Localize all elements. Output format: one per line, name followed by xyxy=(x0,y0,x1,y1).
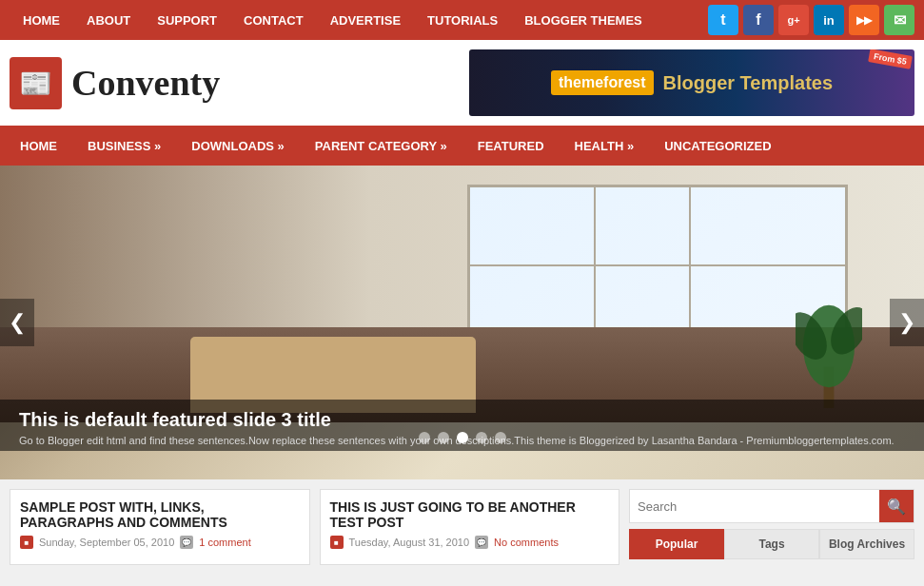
main-navigation: HOME BUSINESS » DOWNLOADS » PARENT CATEG… xyxy=(0,126,924,166)
google-plus-icon[interactable]: g+ xyxy=(778,5,809,35)
banner-badge: From $5 xyxy=(868,49,913,69)
tab-tags[interactable]: Tags xyxy=(724,529,819,559)
slider-dots xyxy=(419,432,506,443)
post-date-2: Tuesday, August 31, 2010 xyxy=(349,537,470,548)
slider-dot-4[interactable] xyxy=(476,432,487,443)
nav-item-contact[interactable]: CONTACT xyxy=(230,4,317,37)
post-meta-1: ■ Sunday, September 05, 2010 💬 1 comment xyxy=(20,536,300,549)
main-nav-health[interactable]: HEALTH » xyxy=(560,129,650,163)
post-comment-link-1[interactable]: 1 comment xyxy=(199,537,250,548)
slider-dot-1[interactable] xyxy=(419,432,430,443)
slider-dot-5[interactable] xyxy=(495,432,506,443)
site-title: Conventy xyxy=(71,62,220,104)
posts-area: SAMPLE POST WITH, LINKS, PARAGRAPHS AND … xyxy=(10,489,619,565)
site-header: 📰 Conventy themeforest Blogger Templates… xyxy=(0,40,924,126)
slider-next-button[interactable]: ❯ xyxy=(890,299,924,346)
search-box: 🔍 xyxy=(629,489,914,523)
site-logo-icon: 📰 xyxy=(10,57,62,109)
logo-area: 📰 Conventy xyxy=(10,57,450,109)
top-navigation: HOME ABOUT SUPPORT CONTACT ADVERTISE TUT… xyxy=(0,0,924,40)
search-icon: 🔍 xyxy=(887,498,906,516)
post-meta-2: ■ Tuesday, August 31, 2010 💬 No comments xyxy=(330,536,610,549)
rss-icon[interactable]: ▶▶ xyxy=(849,5,879,35)
social-icons-bar: t f g+ in ▶▶ ✉ xyxy=(708,5,914,35)
linkedin-icon[interactable]: in xyxy=(814,5,844,35)
slider-dot-3[interactable] xyxy=(457,432,468,443)
search-button[interactable]: 🔍 xyxy=(879,490,914,522)
slider-dot-2[interactable] xyxy=(438,432,449,443)
search-input[interactable] xyxy=(630,490,879,522)
nav-item-home[interactable]: HOME xyxy=(10,4,73,37)
nav-item-about[interactable]: ABOUT xyxy=(73,4,144,37)
slider-prev-button[interactable]: ❮ xyxy=(0,299,34,346)
featured-slider: ❮ ❯ This is default featured slide 3 tit… xyxy=(0,166,924,479)
post-comment-link-2[interactable]: No comments xyxy=(494,537,559,548)
slider-caption: This is default featured slide 3 title G… xyxy=(0,400,924,451)
nav-item-advertise[interactable]: ADVERTISE xyxy=(317,4,414,37)
post-date-1: Sunday, September 05, 2010 xyxy=(39,537,174,548)
tab-popular[interactable]: Popular xyxy=(629,529,724,559)
main-nav-home[interactable]: HOME xyxy=(5,129,72,163)
facebook-icon[interactable]: f xyxy=(743,5,774,35)
comment-icon-2: 💬 xyxy=(475,536,488,549)
main-nav-featured[interactable]: FEATURED xyxy=(462,129,560,163)
post-title-2: THIS IS JUST GOING TO BE ANOTHER TEST PO… xyxy=(330,499,610,530)
room-plant xyxy=(796,284,862,408)
themeforest-logo: themeforest xyxy=(551,70,654,95)
email-icon[interactable]: ✉ xyxy=(884,5,914,35)
banner-text: Blogger Templates xyxy=(663,72,834,94)
main-nav-business[interactable]: BUSINESS » xyxy=(72,129,176,163)
comment-icon-1: 💬 xyxy=(180,536,193,549)
twitter-icon[interactable]: t xyxy=(708,5,738,35)
banner-advertisement[interactable]: themeforest Blogger Templates From $5 xyxy=(469,49,914,116)
main-nav-downloads[interactable]: DOWNLOADS » xyxy=(176,129,300,163)
main-nav-parent-category[interactable]: PARENT CATEGORY » xyxy=(300,129,462,163)
content-area: SAMPLE POST WITH, LINKS, PARAGRAPHS AND … xyxy=(0,479,924,575)
sidebar: 🔍 Popular Tags Blog Archives xyxy=(629,489,914,565)
sidebar-tabs: Popular Tags Blog Archives xyxy=(629,529,914,559)
nav-item-tutorials[interactable]: TUTORIALS xyxy=(414,4,511,37)
top-nav-links: HOME ABOUT SUPPORT CONTACT ADVERTISE TUT… xyxy=(10,4,656,37)
calendar-icon-2: ■ xyxy=(330,536,344,549)
post-title-1: SAMPLE POST WITH, LINKS, PARAGRAPHS AND … xyxy=(20,499,300,530)
post-card-2: THIS IS JUST GOING TO BE ANOTHER TEST PO… xyxy=(320,489,620,565)
nav-item-support[interactable]: SUPPORT xyxy=(144,4,230,37)
tab-blog-archives[interactable]: Blog Archives xyxy=(819,529,914,559)
main-nav-uncategorized[interactable]: UNCATEGORIZED xyxy=(649,129,786,163)
nav-item-blogger-themes[interactable]: BLOGGER THEMES xyxy=(511,4,656,37)
post-card-1: SAMPLE POST WITH, LINKS, PARAGRAPHS AND … xyxy=(10,489,310,565)
slider-caption-title: This is default featured slide 3 title xyxy=(19,409,905,431)
calendar-icon-1: ■ xyxy=(20,536,33,549)
